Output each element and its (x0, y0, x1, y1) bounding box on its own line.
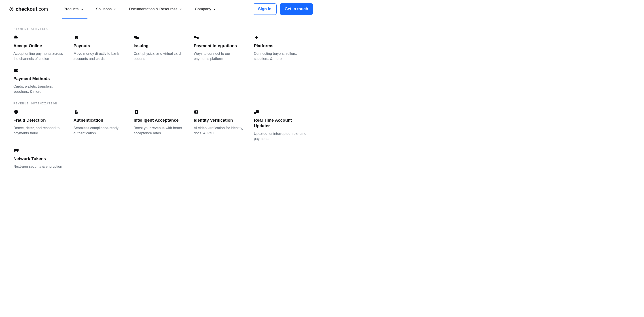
svg-point-3 (76, 38, 78, 39)
nav-solutions[interactable]: Solutions (96, 0, 116, 18)
updater-icon (254, 110, 260, 114)
nav-company[interactable]: Company (195, 0, 216, 18)
lock-icon (74, 110, 80, 114)
shield-icon (14, 110, 19, 114)
card-desc: AI video verification for identity, docs… (194, 126, 246, 136)
header-actions: Sign In Get in touch (253, 3, 313, 15)
plus-box-icon (134, 110, 140, 114)
card-title: Identity Verification (194, 118, 246, 123)
card-issuing[interactable]: Issuing Craft physical and virtual card … (134, 35, 186, 61)
card-desc: Updated, uninterrupted, real-time paymen… (254, 131, 306, 141)
chevron-down-icon (113, 8, 116, 11)
svg-point-8 (196, 37, 197, 38)
card-integrations[interactable]: Payment Integrations Ways to connect to … (194, 35, 246, 61)
card-title: Payment Methods (14, 76, 66, 82)
card-title: Issuing (134, 43, 186, 49)
svg-point-12 (76, 112, 76, 113)
card-accept-online[interactable]: Accept Online Accept online payments acr… (14, 35, 66, 61)
svg-rect-9 (14, 69, 18, 72)
card-title: Payouts (74, 43, 126, 49)
tokens-icon (14, 148, 19, 153)
integrations-icon (194, 35, 200, 40)
issuing-icon (134, 35, 140, 40)
nav-docs[interactable]: Documentation & Resources (129, 0, 182, 18)
card-title: Accept Online (14, 43, 66, 49)
svg-rect-16 (256, 110, 259, 113)
logo[interactable]: checkout.com (9, 6, 48, 12)
card-title: Real Time Account Updater (254, 118, 306, 128)
svg-rect-6 (194, 36, 196, 38)
chevron-down-icon (179, 8, 182, 11)
card-payment-methods[interactable]: Payment Methods Cards, wallets, transfer… (14, 68, 66, 94)
svg-line-0 (11, 7, 12, 11)
header: checkout.com Products Solutions Document… (0, 0, 322, 18)
card-title: Intelligent Acceptance (134, 118, 186, 123)
nav-label: Documentation & Resources (129, 7, 177, 12)
card-title: Fraud Detection (14, 118, 66, 123)
card-title: Payment Integrations (194, 43, 246, 49)
svg-rect-7 (197, 37, 198, 39)
card-title: Authentication (74, 118, 126, 123)
signin-button[interactable]: Sign In (253, 3, 276, 15)
payouts-icon (74, 35, 80, 40)
card-network-tokens[interactable]: Network Tokens Next-gen security & encry… (14, 148, 66, 169)
main-nav: Products Solutions Documentation & Resou… (64, 0, 253, 18)
card-desc: Cards, wallets, transfers, vouchers, & m… (14, 84, 66, 94)
card-account-updater[interactable]: Real Time Account Updater Updated, unint… (254, 110, 306, 141)
cloud-icon (14, 35, 19, 40)
nav-label: Products (64, 7, 78, 12)
card-identity-verification[interactable]: Identity Verification AI video verificat… (194, 110, 246, 141)
products-megamenu: PAYMENT SERVICES Accept Online Accept on… (0, 18, 322, 186)
contact-button[interactable]: Get in touch (280, 3, 313, 15)
card-desc: Connecting buyers, sellers, suppliers, &… (254, 51, 306, 61)
platforms-icon (254, 35, 260, 40)
nav-products[interactable]: Products (64, 0, 84, 18)
nav-label: Company (195, 7, 211, 12)
payment-services-grid: Accept Online Accept online payments acr… (14, 35, 308, 94)
svg-point-2 (75, 38, 76, 39)
card-platforms[interactable]: Platforms Connecting buyers, sellers, su… (254, 35, 306, 61)
svg-point-15 (196, 111, 197, 112)
card-desc: Detect, deter, and respond to payments f… (14, 126, 66, 136)
card-payouts[interactable]: Payouts Move money directly to bank acco… (74, 35, 126, 61)
card-desc: Next-gen security & encryption (14, 164, 66, 169)
id-icon (194, 110, 200, 114)
logo-mark-icon (9, 7, 14, 12)
card-title: Network Tokens (14, 156, 66, 162)
card-desc: Ways to connect to our payments platform (194, 51, 246, 61)
card-intelligent-acceptance[interactable]: Intelligent Acceptance Boost your revenu… (134, 110, 186, 141)
card-title: Platforms (254, 43, 306, 49)
card-fraud-detection[interactable]: Fraud Detection Detect, deter, and respo… (14, 110, 66, 141)
card-desc: Seamless compliance-ready authentication (74, 126, 126, 136)
card-desc: Move money directly to bank accounts and… (74, 51, 126, 61)
wallet-icon (14, 68, 19, 73)
chevron-down-icon (213, 8, 216, 11)
svg-rect-5 (136, 37, 139, 39)
revenue-optimization-grid: Fraud Detection Detect, deter, and respo… (14, 110, 308, 169)
svg-rect-1 (75, 36, 78, 38)
section-label-revenue-optimization: REVENUE OPTIMIZATION (14, 102, 308, 105)
nav-label: Solutions (96, 7, 112, 12)
card-desc: Accept online payments across the channe… (14, 51, 66, 61)
brand-text: checkout.com (16, 6, 48, 12)
chevron-up-icon (80, 8, 84, 11)
card-desc: Craft physical and virtual card options (134, 51, 186, 61)
card-authentication[interactable]: Authentication Seamless compliance-ready… (74, 110, 126, 141)
svg-rect-17 (254, 112, 256, 114)
card-desc: Boost your revenue with better acceptanc… (134, 126, 186, 136)
svg-point-10 (17, 70, 18, 71)
section-label-payment-services: PAYMENT SERVICES (14, 27, 308, 31)
